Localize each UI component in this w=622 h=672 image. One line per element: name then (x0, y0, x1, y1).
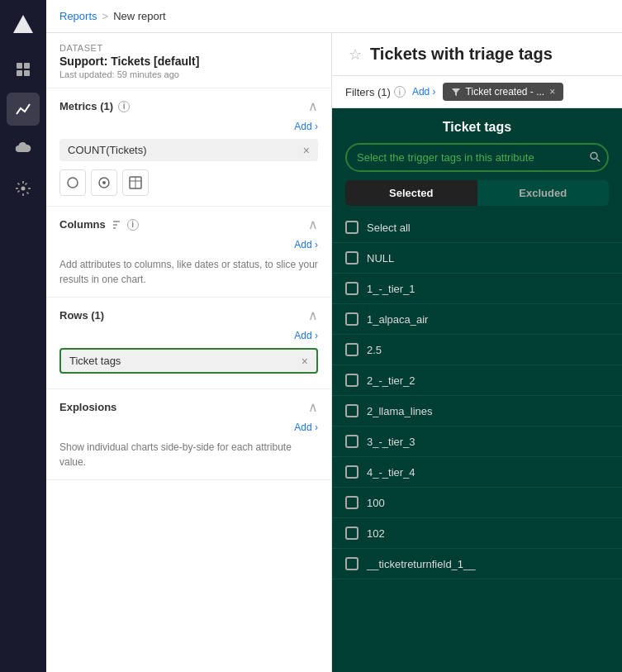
list-checkbox-11[interactable] (345, 557, 358, 570)
list-item[interactable]: 1_-_tier_1 (332, 274, 622, 304)
toggle-excluded-btn[interactable]: Excluded (477, 180, 610, 206)
explosions-header: Explosions ∧ (59, 399, 318, 415)
metric-chip-label: COUNT(Tickets) (68, 144, 147, 156)
list-item[interactable]: 102 (332, 518, 622, 549)
viz-circle-icon[interactable] (59, 169, 86, 196)
nav-cloud[interactable] (7, 132, 40, 165)
list-checkbox-5[interactable] (345, 374, 358, 387)
list-item[interactable]: 2.5 (332, 335, 622, 365)
dataset-name: Support: Tickets [default] (59, 55, 318, 68)
filter-chip-close[interactable]: × (549, 86, 555, 98)
content-row: Dataset Support: Tickets [default] Last … (46, 33, 622, 672)
viz-icons-row (59, 169, 318, 196)
right-panel: ☆ Tickets with triage tags Filters (1) i… (332, 33, 622, 672)
nav-analytics[interactable] (7, 93, 40, 126)
nav-settings[interactable] (7, 172, 40, 205)
metrics-title: Metrics (1) i (59, 100, 130, 112)
svg-rect-1 (17, 63, 22, 69)
columns-section: Columns i ∧ Add › Add attributes to colu… (46, 207, 331, 298)
metric-chip-close[interactable]: × (303, 145, 310, 156)
dropdown-list: Select all NULL 1_-_tier_1 1_alpaca_air … (332, 212, 622, 672)
list-checkbox-2[interactable] (345, 282, 358, 295)
svg-line-13 (597, 159, 601, 162)
dropdown-title: Ticket tags (332, 108, 622, 143)
row-chip-close[interactable]: × (302, 355, 308, 367)
filter-bar: Filters (1) i Add › Ticket created - ...… (332, 76, 622, 108)
list-checkbox-0[interactable] (345, 221, 358, 234)
filter-info-icon[interactable]: i (394, 86, 406, 98)
list-checkbox-1[interactable] (345, 251, 358, 265)
app-logo[interactable] (8, 10, 38, 40)
columns-sort-icon (111, 219, 122, 231)
list-item[interactable]: 2_-_tier_2 (332, 365, 622, 396)
rows-title: Rows (1) (59, 309, 104, 322)
breadcrumb-separator: > (102, 10, 109, 22)
viz-table-icon[interactable] (122, 169, 149, 196)
svg-point-6 (68, 178, 78, 188)
list-item-label-11: __ticketreturnfield_1__ (367, 558, 476, 570)
columns-info-icon[interactable]: i (127, 219, 139, 231)
list-item[interactable]: 3_-_tier_3 (332, 427, 622, 457)
list-checkbox-10[interactable] (345, 527, 358, 540)
metrics-header: Metrics (1) i ∧ (59, 98, 318, 114)
dataset-info: Dataset Support: Tickets [default] Last … (46, 33, 331, 88)
list-checkbox-6[interactable] (345, 404, 358, 417)
list-checkbox-9[interactable] (345, 496, 358, 509)
explosions-description: Show individual charts side-by-side for … (59, 440, 318, 469)
columns-collapse-icon[interactable]: ∧ (308, 217, 318, 232)
explosions-collapse-icon[interactable]: ∧ (308, 399, 318, 415)
svg-rect-2 (24, 63, 30, 69)
filter-label: Filters (1) i (345, 86, 406, 98)
left-panel: Dataset Support: Tickets [default] Last … (46, 33, 332, 672)
list-item[interactable]: __ticketreturnfield_1__ (332, 549, 622, 579)
list-item[interactable]: 2_llama_lines (332, 396, 622, 427)
list-item[interactable]: 4_-_tier_4 (332, 457, 622, 488)
metrics-info-icon[interactable]: i (118, 101, 130, 112)
list-item-label-2: 1_-_tier_1 (367, 283, 415, 295)
svg-point-5 (21, 187, 26, 191)
list-item[interactable]: NULL (332, 243, 622, 274)
row-chip-label: Ticket tags (69, 355, 121, 367)
list-item-label-3: 1_alpaca_air (367, 313, 428, 326)
list-item-label-7: 3_-_tier_3 (367, 436, 415, 448)
tag-search-input[interactable] (345, 143, 609, 172)
columns-add-link[interactable]: Add › (59, 239, 318, 250)
list-checkbox-3[interactable] (345, 312, 358, 326)
explosions-add-link[interactable]: Add › (59, 422, 318, 433)
columns-header: Columns i ∧ (59, 217, 318, 232)
search-icon (589, 150, 601, 164)
breadcrumb: Reports > New report (46, 0, 622, 33)
filter-chip-ticket-created[interactable]: Ticket created - ... × (443, 83, 564, 101)
report-star-icon[interactable]: ☆ (349, 45, 362, 64)
svg-rect-3 (17, 70, 22, 76)
list-checkbox-7[interactable] (345, 435, 358, 448)
rows-collapse-icon[interactable]: ∧ (308, 307, 318, 323)
rows-add-link[interactable]: Add › (59, 330, 318, 341)
list-item[interactable]: 1_alpaca_air (332, 304, 622, 335)
list-checkbox-4[interactable] (345, 343, 358, 356)
list-item-label-6: 2_llama_lines (367, 405, 433, 417)
viz-radio-icon[interactable] (91, 169, 117, 196)
list-item-label-9: 100 (367, 497, 385, 509)
row-chip-ticket-tags[interactable]: Ticket tags × (59, 348, 318, 374)
list-item-label-0: Select all (367, 222, 411, 234)
metrics-add-link[interactable]: Add › (59, 121, 318, 132)
nav-dashboard[interactable] (7, 53, 40, 86)
rows-header: Rows (1) ∧ (59, 307, 318, 323)
list-item-label-10: 102 (367, 527, 385, 540)
list-item[interactable]: 100 (332, 488, 622, 518)
metrics-collapse-icon[interactable]: ∧ (308, 98, 318, 114)
filter-add-btn[interactable]: Add › (412, 86, 436, 98)
metric-chip: COUNT(Tickets) × (59, 139, 318, 161)
list-checkbox-8[interactable] (345, 465, 358, 479)
filter-chip-label: Ticket created - ... (466, 86, 545, 98)
list-item-select-all[interactable]: Select all (332, 212, 622, 243)
rows-section: Rows (1) ∧ Add › Ticket tags × (46, 298, 331, 389)
svg-point-12 (591, 152, 597, 159)
nav-sidebar (0, 0, 46, 672)
breadcrumb-reports-link[interactable]: Reports (59, 10, 97, 22)
toggle-selected-btn[interactable]: Selected (345, 180, 477, 206)
dataset-label: Dataset (59, 43, 318, 53)
list-item-label-5: 2_-_tier_2 (367, 374, 415, 387)
main-container: Reports > New report Dataset Support: Ti… (46, 0, 622, 672)
